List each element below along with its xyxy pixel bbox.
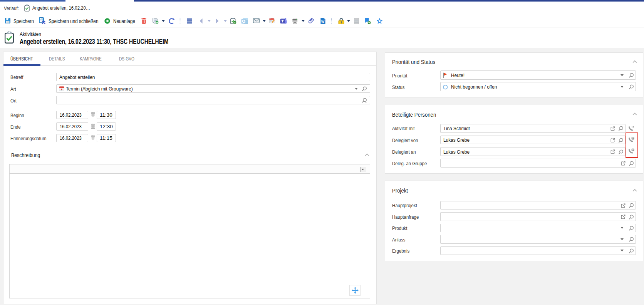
svg-text:W: W bbox=[321, 20, 325, 23]
